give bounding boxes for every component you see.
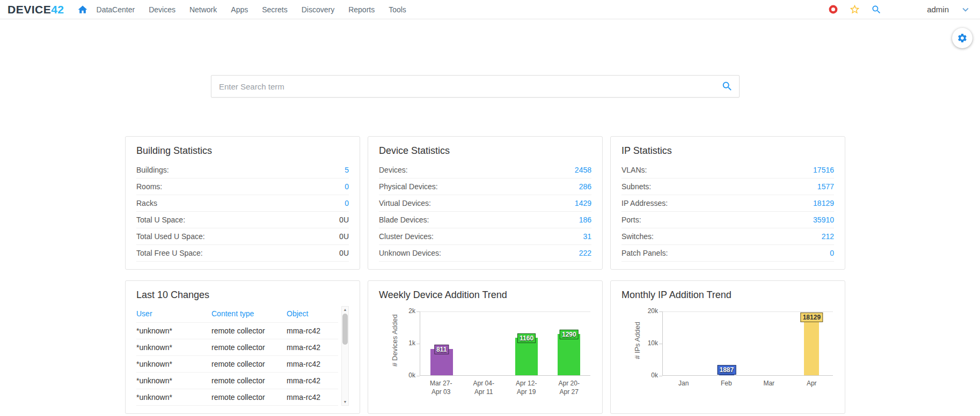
stat-value[interactable]: 0 [345, 199, 349, 207]
stat-row: Physical Devices: 286 [379, 179, 591, 195]
stat-label: Cluster Devices: [379, 232, 434, 241]
table-row: *unknown* remote collector mma-rc42 [136, 373, 338, 389]
bar[interactable]: 1160 [515, 338, 538, 375]
stat-row: Patch Panels: 0 [621, 245, 834, 262]
stat-label: Unknown Devices: [379, 249, 441, 257]
stat-value: 0U [339, 232, 349, 241]
nav-item-tools[interactable]: Tools [389, 5, 406, 14]
stat-row: VLANs: 17516 [621, 162, 834, 179]
support-icon[interactable] [828, 4, 838, 14]
stat-value[interactable]: 1577 [817, 182, 834, 191]
stat-row: Switches: 212 [621, 228, 834, 245]
bar[interactable]: 18129 [804, 317, 819, 375]
nav-item-reports[interactable]: Reports [348, 5, 375, 14]
stat-row: Blade Devices: 186 [379, 212, 591, 228]
logo[interactable]: DEVICE42 [8, 3, 64, 16]
stat-label: Rooms: [136, 182, 162, 191]
search-submit-icon[interactable] [721, 80, 733, 94]
x-axis-labels: JanFebMarApr [662, 379, 833, 388]
column-header-user[interactable]: User [136, 309, 211, 318]
nav-item-datacenter[interactable]: DataCenter [97, 5, 135, 14]
stat-value[interactable]: 286 [579, 182, 591, 191]
stat-value[interactable]: 0 [830, 249, 834, 257]
card-title: IP Statistics [621, 145, 834, 157]
ip-statistics-card: IP Statistics VLANs: 17516 Subnets: 1577… [610, 136, 845, 270]
scroll-up-arrow[interactable]: ▲ [342, 307, 348, 313]
stat-value[interactable]: 31 [583, 232, 591, 241]
home-icon[interactable] [77, 4, 88, 15]
stat-label: Total U Space: [136, 216, 185, 224]
bar-value-label: 811 [434, 345, 449, 354]
building-statistics-card: Building Statistics Buildings: 5 Rooms: … [125, 136, 360, 270]
stat-value[interactable]: 222 [579, 249, 591, 257]
stat-value: 0U [339, 216, 349, 224]
nav-item-secrets[interactable]: Secrets [262, 5, 287, 14]
stat-row: Total Used U Space: 0U [136, 228, 349, 245]
cell-content-type: remote collector [211, 360, 287, 368]
nav-item-discovery[interactable]: Discovery [302, 5, 334, 14]
nav-item-devices[interactable]: Devices [149, 5, 175, 14]
bar[interactable]: 1290 [558, 334, 580, 375]
cell-user: *unknown* [136, 360, 211, 368]
card-title: Monthly IP Addition Trend [621, 289, 834, 301]
gear-icon [957, 33, 968, 43]
bar-slot: 1887 [705, 311, 748, 375]
x-tick-label: Apr [791, 379, 833, 388]
table-header-row: User Content type Object [136, 306, 338, 323]
cell-content-type: remote collector [211, 393, 287, 402]
stat-row: IP Addresses: 18129 [621, 195, 834, 212]
stat-value[interactable]: 18129 [813, 199, 834, 207]
stat-value[interactable]: 35910 [813, 216, 834, 224]
cell-user: *unknown* [136, 326, 211, 335]
last-changes-card: Last 10 Changes User Content type Object… [125, 280, 360, 414]
bar[interactable]: 811 [430, 349, 453, 375]
stat-label: Buildings: [136, 166, 169, 174]
bar[interactable]: 1887 [719, 369, 734, 375]
stat-value[interactable]: 2458 [575, 166, 591, 174]
nav-item-apps[interactable]: Apps [231, 5, 248, 14]
scrollbar-thumb[interactable] [342, 314, 348, 345]
device-statistics-card: Device Statistics Devices: 2458 Physical… [368, 136, 603, 270]
stat-label: Total Free U Space: [136, 249, 203, 257]
stat-label: Physical Devices: [379, 182, 438, 191]
table-row: *unknown* remote collector mma-rc42 [136, 389, 338, 406]
stat-value[interactable]: 212 [822, 232, 834, 241]
y-tick-label: 2k [392, 307, 415, 315]
search-icon[interactable] [871, 4, 882, 15]
cell-object: mma-rc42 [287, 360, 338, 368]
logo-accent: 42 [51, 3, 64, 16]
stat-label: Virtual Devices: [379, 199, 431, 207]
scroll-down-arrow[interactable]: ▼ [342, 399, 348, 405]
stat-label: VLANs: [621, 166, 647, 174]
chevron-down-icon[interactable] [960, 4, 971, 16]
stat-label: Racks [136, 199, 157, 207]
star-icon[interactable] [849, 4, 860, 15]
bar-value-label: 18129 [801, 313, 823, 322]
stat-value[interactable]: 5 [345, 166, 349, 174]
stat-label: Switches: [621, 232, 654, 241]
cell-object: mma-rc42 [287, 343, 338, 352]
cell-user: *unknown* [136, 343, 211, 352]
nav-item-network[interactable]: Network [189, 5, 217, 14]
column-header-content-type[interactable]: Content type [211, 309, 287, 318]
settings-fab[interactable] [952, 28, 972, 48]
stat-value[interactable]: 0 [345, 182, 349, 191]
bar-slot [663, 311, 705, 375]
stat-value[interactable]: 17516 [813, 166, 834, 174]
x-tick-label: Mar 27- Apr 03 [420, 379, 463, 396]
column-header-object[interactable]: Object [287, 309, 338, 318]
stat-row: Racks 0 [136, 195, 349, 212]
stat-value[interactable]: 186 [579, 216, 591, 224]
x-tick-label: Feb [705, 379, 748, 388]
search-input[interactable] [211, 75, 740, 98]
stat-label: Ports: [621, 216, 641, 224]
scrollbar[interactable]: ▲ ▼ [341, 306, 349, 406]
stat-label: Patch Panels: [621, 249, 668, 257]
stat-value[interactable]: 1429 [575, 199, 591, 207]
bar-slot: 1160 [506, 311, 548, 375]
trends-row: Last 10 Changes User Content type Object… [125, 280, 845, 414]
stat-row: Total U Space: 0U [136, 212, 349, 228]
user-menu[interactable]: admin [927, 5, 949, 14]
cell-user: *unknown* [136, 376, 211, 385]
weekly-device-chart: # Devices Added 81111601290 Mar 27- Apr … [379, 306, 591, 398]
